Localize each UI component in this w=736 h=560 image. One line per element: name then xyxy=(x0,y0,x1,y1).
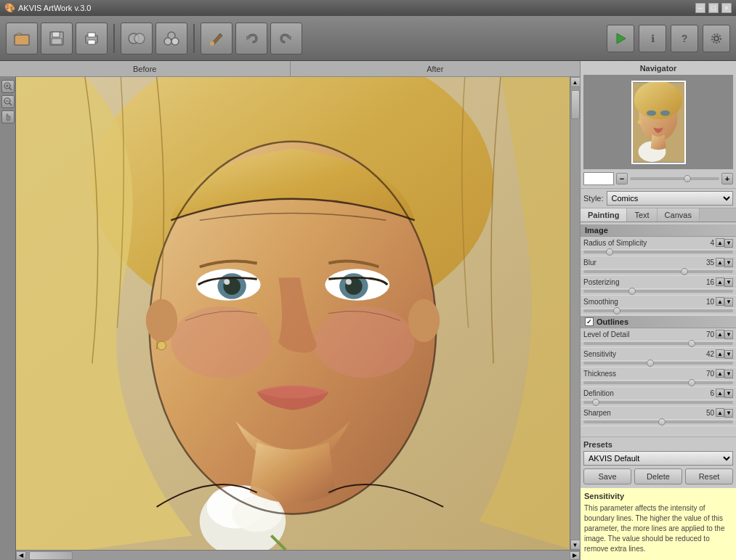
scroll-thumb-vertical[interactable] xyxy=(571,90,580,119)
blur-slider-thumb[interactable] xyxy=(681,268,688,275)
outlines-label: Outlines xyxy=(597,317,628,326)
zoom-input[interactable]: 50% xyxy=(583,172,614,185)
radius-value: 4 xyxy=(698,239,714,247)
thickness-slider[interactable] xyxy=(583,381,733,384)
merge-button[interactable] xyxy=(155,23,187,54)
sharpen-slider-row xyxy=(581,420,736,426)
smoothing-down-button[interactable]: ▼ xyxy=(724,298,733,307)
sensitivity-down-button[interactable]: ▼ xyxy=(724,350,733,359)
run-button[interactable] xyxy=(607,25,634,52)
help-button[interactable]: ? xyxy=(671,25,698,52)
before-label: Before xyxy=(0,61,291,76)
scroll-right-arrow[interactable]: ▶ xyxy=(570,551,580,560)
posterizing-up-button[interactable]: ▲ xyxy=(716,277,724,286)
hand-tool[interactable] xyxy=(1,110,15,123)
canvas-area: Before After xyxy=(0,61,580,560)
param-row-radius: Radius of Simplicity 4 ▲ ▼ xyxy=(581,237,736,250)
definition-down-button[interactable]: ▼ xyxy=(724,389,733,398)
zoom-slider-thumb[interactable] xyxy=(684,175,691,182)
print-button[interactable] xyxy=(76,23,108,54)
radius-down-button[interactable]: ▼ xyxy=(724,239,733,248)
scroll-thumb-horizontal[interactable] xyxy=(29,551,73,560)
level-detail-up-button[interactable]: ▲ xyxy=(716,330,724,338)
zoom-slider[interactable] xyxy=(630,177,719,180)
scroll-down-arrow[interactable]: ▼ xyxy=(570,540,581,550)
definition-slider[interactable] xyxy=(583,401,733,404)
brush-tool-button[interactable] xyxy=(201,23,232,54)
svg-point-28 xyxy=(171,307,271,378)
checkbox-check: ✓ xyxy=(586,318,592,325)
artwork-svg xyxy=(16,77,570,550)
posterizing-down-button[interactable]: ▼ xyxy=(724,278,733,287)
merge-icon xyxy=(163,31,180,46)
thickness-slider-thumb[interactable] xyxy=(688,379,695,386)
definition-up-button[interactable]: ▲ xyxy=(716,389,724,397)
sensitivity-up-button[interactable]: ▲ xyxy=(716,349,724,358)
presets-select[interactable]: AKVIS Default xyxy=(583,451,733,466)
zoom-in-tool[interactable] xyxy=(1,80,15,93)
thickness-down-button[interactable]: ▼ xyxy=(724,370,733,378)
split-header: Before After xyxy=(0,61,580,77)
zoom-minus-button[interactable]: − xyxy=(616,173,628,184)
presets-buttons: Save Delete Reset xyxy=(583,468,733,484)
sensitivity-slider[interactable] xyxy=(583,362,733,365)
scroll-up-arrow[interactable]: ▲ xyxy=(570,77,581,87)
sharpen-slider-thumb[interactable] xyxy=(658,418,666,426)
params-panel: Image Radius of Simplicity 4 ▲ ▼ Blur 35… xyxy=(581,222,736,437)
posterizing-slider[interactable] xyxy=(583,290,733,293)
blur-up-button[interactable]: ▲ xyxy=(716,258,724,267)
sensitivity-slider-thumb[interactable] xyxy=(647,360,654,367)
preferences-button[interactable] xyxy=(703,25,730,52)
close-button[interactable]: × xyxy=(721,3,732,13)
level-detail-down-button[interactable]: ▼ xyxy=(724,330,733,339)
sharpen-down-button[interactable]: ▼ xyxy=(724,409,733,418)
radius-slider-thumb[interactable] xyxy=(606,248,613,256)
scroll-left-arrow[interactable]: ◀ xyxy=(16,551,26,560)
redo-button[interactable] xyxy=(270,23,302,54)
svg-point-50 xyxy=(660,110,669,115)
save-button[interactable] xyxy=(41,23,73,54)
svg-point-16 xyxy=(714,36,719,41)
radius-label: Radius of Simplicity xyxy=(583,239,698,247)
level-detail-slider-row xyxy=(581,341,736,348)
horizontal-scrollbar[interactable]: ◀ ▶ xyxy=(16,550,580,560)
style-select[interactable]: Comics Watercolor Oil Painting Sketch xyxy=(607,191,733,206)
posterizing-slider-thumb[interactable] xyxy=(628,288,636,295)
save-preset-button[interactable]: Save xyxy=(583,468,631,484)
tab-text[interactable]: Text xyxy=(627,208,657,222)
clone-button[interactable] xyxy=(121,23,153,54)
maximize-button[interactable]: □ xyxy=(708,3,719,13)
sharpen-slider[interactable] xyxy=(583,421,733,423)
blur-slider[interactable] xyxy=(583,270,733,273)
delete-preset-button[interactable]: Delete xyxy=(634,468,682,484)
outlines-checkbox[interactable]: ✓ xyxy=(585,317,594,326)
vertical-scrollbar[interactable]: ▲ ▼ xyxy=(570,77,580,550)
radius-up-button[interactable]: ▲ xyxy=(716,238,724,247)
definition-slider-row xyxy=(581,400,736,407)
definition-slider-thumb[interactable] xyxy=(592,399,599,406)
smoothing-up-button[interactable]: ▲ xyxy=(716,297,724,306)
minimize-button[interactable]: – xyxy=(695,3,705,13)
level-detail-slider[interactable] xyxy=(583,342,733,345)
smoothing-slider-thumb[interactable] xyxy=(613,307,620,315)
tab-canvas[interactable]: Canvas xyxy=(658,208,700,222)
param-row-sensitivity: Sensitivity 42 ▲ ▼ xyxy=(581,348,736,361)
tab-painting[interactable]: Painting xyxy=(581,208,627,222)
svg-point-11 xyxy=(171,38,179,45)
canvas-image[interactable] xyxy=(16,77,570,550)
zoom-plus-button[interactable]: + xyxy=(721,173,733,184)
reset-preset-button[interactable]: Reset xyxy=(685,468,733,484)
thickness-up-button[interactable]: ▲ xyxy=(716,369,724,378)
level-detail-slider-thumb[interactable] xyxy=(688,340,695,347)
info-button[interactable]: ℹ xyxy=(639,25,666,52)
zoom-out-tool[interactable] xyxy=(1,95,15,108)
undo-button[interactable] xyxy=(235,23,267,54)
open-button[interactable] xyxy=(6,23,38,54)
radius-slider[interactable] xyxy=(583,251,733,253)
presets-section: Presets AKVIS Default Save Delete Reset xyxy=(581,437,736,487)
smoothing-slider[interactable] xyxy=(583,309,733,312)
sharpen-up-button[interactable]: ▲ xyxy=(716,408,724,417)
blur-down-button[interactable]: ▼ xyxy=(724,259,733,267)
navigator-preview xyxy=(583,75,733,169)
smoothing-slider-row xyxy=(581,309,736,315)
